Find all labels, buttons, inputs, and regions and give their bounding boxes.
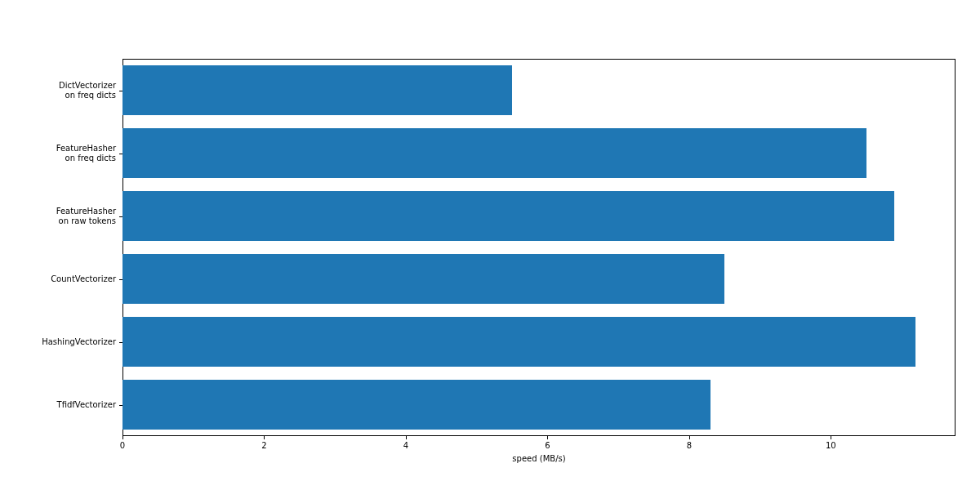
ytick-mark: [119, 216, 122, 217]
ytick-mark: [119, 405, 122, 406]
xtick-mark: [122, 436, 123, 439]
xtick-label: 10: [826, 441, 836, 450]
ytick-label: HashingVectorizer: [42, 337, 116, 347]
ytick-label: CountVectorizer: [51, 274, 116, 284]
ytick-mark: [119, 279, 122, 280]
bar: [122, 65, 512, 116]
bar: [122, 191, 894, 242]
xtick-mark: [689, 436, 690, 439]
xtick-label: 6: [545, 441, 550, 450]
spine-right: [955, 59, 956, 436]
xtick-mark: [264, 436, 265, 439]
xtick-label: 4: [403, 441, 408, 450]
xtick-mark: [831, 436, 831, 439]
xtick-label: 2: [261, 441, 266, 450]
ytick-mark: [119, 342, 122, 343]
xtick-mark: [406, 436, 407, 439]
bar: [122, 254, 724, 305]
ytick-label: DictVectorizeron freq dicts: [59, 81, 116, 100]
bar: [122, 317, 915, 368]
spine-top: [122, 59, 956, 60]
ytick-label: FeatureHasheron freq dicts: [56, 144, 116, 163]
figure: 0246810 DictVectorizeron freq dictsFeatu…: [0, 0, 980, 490]
xtick-label: 8: [687, 441, 692, 450]
x-axis-label: speed (MB/s): [512, 454, 565, 463]
bar: [122, 128, 866, 179]
ytick-label: FeatureHasheron raw tokens: [56, 207, 116, 226]
bar: [122, 380, 710, 430]
ytick-mark: [119, 154, 122, 154]
xtick-mark: [547, 436, 548, 439]
axes: 0246810 DictVectorizeron freq dictsFeatu…: [122, 59, 956, 436]
xtick-label: 0: [120, 441, 125, 450]
ytick-mark: [119, 91, 122, 91]
ytick-label: TfidfVectorizer: [57, 400, 116, 410]
